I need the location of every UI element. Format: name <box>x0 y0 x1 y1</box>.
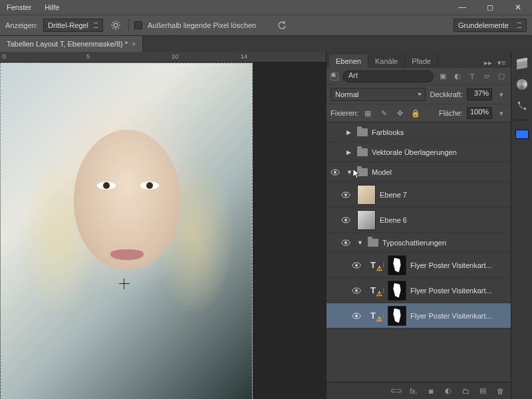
search-icon[interactable]: 🔍 <box>331 72 338 80</box>
visibility-toggle[interactable] <box>352 287 364 294</box>
layer-name[interactable]: Flyer Poster Visitenkart... <box>410 312 507 320</box>
filter-smart-icon[interactable]: ▢ <box>496 71 507 82</box>
fill-chevron-icon[interactable]: ▾ <box>496 108 507 118</box>
layer-name[interactable]: Flyer Poster Visitenkart... <box>410 261 507 269</box>
delete-layer-icon[interactable]: 🗑 <box>495 386 505 396</box>
visibility-toggle[interactable] <box>341 217 353 223</box>
mask-link-icon[interactable]: ⁞ <box>382 312 384 319</box>
svg-rect-23 <box>518 102 520 104</box>
tab-ebenen[interactable]: Ebenen <box>329 55 368 68</box>
close-icon[interactable]: × <box>132 40 136 48</box>
new-layer-icon[interactable]: ▤ <box>477 386 488 396</box>
dock-channels-icon[interactable] <box>515 77 529 92</box>
collapse-icon[interactable]: ▸▸ <box>483 57 493 68</box>
layer-name[interactable]: Flyer Poster Visitenkart... <box>410 287 507 295</box>
fill-label: Fläche: <box>439 109 463 117</box>
opacity-label: Deckkraft: <box>430 90 463 98</box>
document-tab-title: Tabellen Layout T, Ebenenmaske/8) * <box>7 40 128 48</box>
layer-flyer-2[interactable]: T⚠ ⁞ Flyer Poster Visitenkart... <box>327 278 511 303</box>
window-close-button[interactable]: ✕ <box>504 0 532 15</box>
filter-shape-icon[interactable]: ▱ <box>481 71 492 82</box>
dock-paths-icon[interactable] <box>515 98 529 113</box>
visibility-toggle[interactable] <box>352 313 364 319</box>
layer-ebene6[interactable]: Ebene 6 <box>327 207 511 233</box>
svg-line-8 <box>118 22 119 23</box>
chevron-down-icon[interactable]: ▼ <box>357 239 364 246</box>
layer-group-vektorale[interactable]: ▶ Vektorale Überlagerungen <box>327 142 511 162</box>
menu-fenster[interactable]: Fenster <box>7 3 31 11</box>
layer-group-model[interactable]: ▼ Model <box>327 162 511 182</box>
lock-label: Fixieren: <box>331 109 358 117</box>
tab-kanaele[interactable]: Kanäle <box>368 55 405 68</box>
layer-thumbnail[interactable] <box>357 185 376 205</box>
panel-menu-icon[interactable]: ▾≡ <box>496 57 507 68</box>
chevron-right-icon[interactable]: ▶ <box>346 149 353 156</box>
layer-name[interactable]: Ebene 7 <box>380 191 507 199</box>
svg-line-7 <box>112 28 114 29</box>
lock-transparency-icon[interactable]: ▦ <box>362 108 373 118</box>
layer-ebene7[interactable]: Ebene 7 <box>327 182 511 207</box>
filter-adjust-icon[interactable]: ◐ <box>452 71 463 82</box>
fill-input[interactable]: 100% <box>467 107 492 119</box>
menu-hilfe[interactable]: Hilfe <box>45 3 59 11</box>
chevron-down-icon[interactable]: ▼ <box>346 169 353 176</box>
delete-outside-checkbox[interactable] <box>134 21 142 29</box>
mask-thumbnail[interactable] <box>388 281 406 301</box>
layer-name[interactable]: Ebene 6 <box>380 216 507 224</box>
svg-line-5 <box>112 22 114 23</box>
reset-icon[interactable] <box>275 18 289 33</box>
document-canvas[interactable] <box>0 63 253 399</box>
layer-flyer-3[interactable]: T⚠ ⁞ Flyer Poster Visitenkart... <box>327 303 511 329</box>
mask-link-icon[interactable]: ⁞ <box>382 261 384 269</box>
layer-name[interactable]: Model <box>372 168 507 176</box>
document-tab[interactable]: Tabellen Layout T, Ebenenmaske/8) * × <box>0 36 143 52</box>
layer-group-typoschatt[interactable]: ▼ Typoschattierungen <box>327 233 511 253</box>
dock-layers-icon[interactable] <box>515 56 529 70</box>
lock-position-icon[interactable]: ✥ <box>394 108 405 118</box>
move-cursor-icon <box>119 279 130 289</box>
opacity-chevron-icon[interactable]: ▾ <box>496 89 507 100</box>
tab-pfade[interactable]: Pfade <box>405 55 438 68</box>
filter-type-icon[interactable]: T <box>467 71 477 82</box>
svg-point-16 <box>344 241 347 244</box>
window-maximize-button[interactable]: ◻ <box>476 0 504 15</box>
link-layers-icon[interactable]: ⊂⊃ <box>391 386 402 396</box>
lock-pixels-icon[interactable]: ✎ <box>378 108 389 118</box>
canvas-area[interactable]: 0 5 10 14 <box>0 52 326 399</box>
rule-preset-dropdown[interactable]: Drittel-Regel <box>43 19 103 32</box>
mask-link-icon[interactable]: ⁞ <box>382 287 384 294</box>
chevron-right-icon[interactable]: ▶ <box>346 129 353 136</box>
mask-thumbnail[interactable] <box>388 255 406 275</box>
new-group-icon[interactable]: 🗀 <box>460 386 471 396</box>
svg-point-12 <box>344 194 347 196</box>
mask-thumbnail[interactable] <box>388 306 406 326</box>
svg-point-20 <box>355 289 358 292</box>
layer-flyer-1[interactable]: T⚠ ⁞ Flyer Poster Visitenkart... <box>327 253 511 278</box>
workspace-dropdown[interactable]: Grundelemente <box>454 19 527 32</box>
layer-group-farblooks[interactable]: ▶ Farblooks <box>327 122 511 142</box>
visibility-toggle[interactable] <box>352 262 364 269</box>
filter-image-icon[interactable]: ▣ <box>438 71 448 82</box>
svg-point-14 <box>344 219 347 221</box>
type-layer-icon: T⚠ <box>368 260 378 271</box>
layer-name[interactable]: Farblooks <box>372 128 507 136</box>
blend-mode-dropdown[interactable]: Normal <box>331 88 426 101</box>
visibility-toggle[interactable] <box>331 169 342 176</box>
visibility-toggle[interactable] <box>341 239 353 246</box>
opacity-input[interactable]: 37% <box>467 88 492 100</box>
window-minimize-button[interactable]: — <box>448 0 476 15</box>
new-adjustment-icon[interactable]: ◐ <box>443 386 454 396</box>
dock-color-swatch[interactable] <box>515 127 529 142</box>
delete-outside-label: Außerhalb liegende Pixel löschen <box>148 21 256 29</box>
svg-line-6 <box>118 28 119 29</box>
visibility-toggle[interactable] <box>341 192 353 198</box>
layer-name[interactable]: Typoschattierungen <box>382 239 507 247</box>
filter-kind-dropdown[interactable]: Art <box>342 70 434 82</box>
layers-list: ▶ Farblooks ▶ Vektorale Überlagerungen ▼… <box>327 122 511 382</box>
layer-thumbnail[interactable] <box>357 210 376 230</box>
add-mask-icon[interactable]: ◙ <box>426 386 436 396</box>
gear-icon[interactable] <box>108 18 123 33</box>
layer-fx-icon[interactable]: fx. <box>408 386 419 396</box>
lock-all-icon[interactable]: 🔒 <box>410 108 421 118</box>
layer-name[interactable]: Vektorale Überlagerungen <box>372 148 507 156</box>
